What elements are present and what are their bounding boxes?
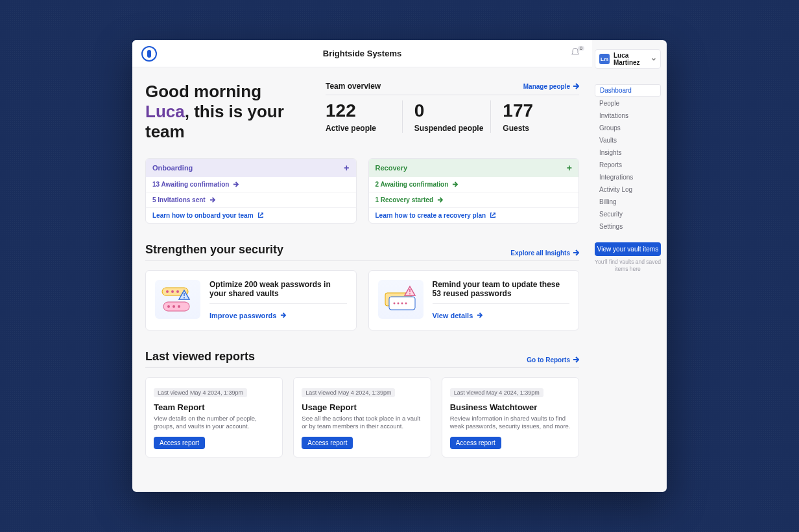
team-overview: Team overview Manage people 122 Active p… [326, 82, 579, 143]
stat-guests: 177 Guests [490, 100, 579, 133]
go-to-reports-link[interactable]: Go to Reports [527, 356, 579, 364]
svg-point-4 [176, 290, 179, 293]
security-card-reused: Remind your team to update these 53 reus… [368, 270, 580, 330]
nav-item-reports[interactable]: Reports [595, 159, 661, 170]
nav-item-billing[interactable]: Billing [595, 196, 661, 207]
onboarding-item-awaiting[interactable]: 13 Awaiting confirmation [146, 177, 356, 192]
svg-point-9 [184, 297, 185, 298]
svg-point-7 [178, 305, 180, 308]
nav-item-integrations[interactable]: Integrations [595, 172, 661, 183]
user-name: Luca Martinez [614, 52, 647, 66]
recovery-item-started[interactable]: 1 Recovery started [369, 192, 579, 208]
onboarding-add-button[interactable]: + [344, 163, 349, 173]
security-title: Strengthen your security [145, 243, 283, 257]
arrow-right-icon [573, 83, 579, 89]
arrow-right-icon [573, 356, 579, 363]
external-link-icon [257, 212, 264, 218]
reports-title: Last viewed reports [145, 350, 255, 364]
org-name: Brightside Systems [323, 49, 401, 58]
arrow-right-icon [477, 312, 483, 318]
external-link-icon [490, 212, 496, 218]
onboarding-card: Onboarding + 13 Awaiting confirmation 5 … [145, 158, 357, 224]
nav-item-invitations[interactable]: Invitations [595, 110, 661, 121]
svg-point-15 [405, 302, 407, 304]
arrow-right-icon [233, 181, 239, 187]
svg-point-3 [171, 290, 174, 293]
arrow-right-icon [280, 312, 286, 318]
nav-item-activity-log[interactable]: Activity Log [595, 184, 661, 195]
avatar: Lm [599, 54, 610, 64]
arrow-right-icon [437, 197, 443, 203]
nav-item-security[interactable]: Security [595, 209, 661, 220]
report-card-watchtower: Last viewed May 4 2024, 1:39pm Business … [442, 377, 579, 458]
svg-point-13 [397, 302, 399, 304]
access-report-button[interactable]: Access report [154, 437, 205, 449]
arrow-right-icon [209, 197, 215, 203]
app-window: Brightside Systems 0 Good morning Luca, … [132, 40, 667, 492]
onboarding-item-invitations[interactable]: 5 Invitations sent [146, 192, 356, 208]
header-bar: Brightside Systems 0 [132, 40, 592, 67]
stat-active: 122 Active people [326, 100, 402, 133]
team-overview-title: Team overview [326, 82, 381, 91]
greeting-heading: Good morning Luca, this is your team [145, 82, 294, 143]
manage-people-link[interactable]: Manage people [523, 83, 579, 90]
reports-section-head: Last viewed reports Go to Reports [145, 350, 579, 368]
onboarding-learn-link[interactable]: Learn how to onboard your team [146, 208, 356, 223]
svg-point-14 [401, 302, 403, 304]
report-desc: See all the actions that took place in a… [302, 415, 422, 431]
report-tag: Last viewed May 4 2024, 1:39pm [450, 388, 543, 397]
access-report-button[interactable]: Access report [450, 437, 501, 449]
nav-item-groups[interactable]: Groups [595, 122, 661, 133]
report-title: Business Watchtower [450, 402, 571, 412]
nav-item-people[interactable]: People [595, 98, 661, 109]
user-menu[interactable]: Lm Luca Martinez [595, 49, 661, 69]
sidebar: Lm Luca Martinez DashboardPeopleInvitati… [592, 40, 667, 492]
security-card-weak: Optimize 200 weak passwords in your shar… [145, 270, 357, 330]
notifications-button[interactable]: 0 [570, 47, 583, 60]
reused-password-icon [378, 280, 423, 319]
report-tag: Last viewed May 4 2024, 1:39pm [154, 388, 247, 397]
weak-password-icon [155, 280, 200, 319]
greeting-name: Luca [145, 102, 185, 121]
vault-hint: You'll find vaults and saved items here [595, 259, 661, 273]
recovery-item-awaiting[interactable]: 2 Awaiting confirmation [369, 177, 579, 192]
arrow-right-icon [573, 249, 579, 256]
recovery-add-button[interactable]: + [567, 163, 572, 173]
nav-item-vaults[interactable]: Vaults [595, 135, 661, 146]
app-logo-icon [141, 46, 157, 62]
onboarding-title: Onboarding [152, 164, 193, 172]
svg-point-2 [166, 290, 169, 293]
svg-point-5 [167, 305, 170, 308]
nav-item-insights[interactable]: Insights [595, 147, 661, 158]
report-tag: Last viewed May 4 2024, 1:39pm [302, 388, 395, 397]
nav-item-dashboard[interactable]: Dashboard [595, 84, 661, 97]
security-card-reused-title: Remind your team to update these 53 reus… [433, 280, 570, 304]
greeting: Good morning Luca, this is your team [145, 82, 294, 143]
improve-passwords-link[interactable]: Improve passwords [209, 312, 286, 319]
task-cards-row: Onboarding + 13 Awaiting confirmation 5 … [145, 158, 579, 224]
nav-item-settings[interactable]: Settings [595, 221, 661, 232]
stats-row: 122 Active people 0 Suspended people 177… [326, 100, 579, 133]
notification-count: 0 [578, 46, 584, 51]
recovery-card: Recovery + 2 Awaiting confirmation 1 Rec… [368, 158, 580, 224]
stat-suspended: 0 Suspended people [402, 100, 491, 133]
report-title: Team Report [154, 402, 274, 412]
view-vault-button[interactable]: View your vault items [595, 242, 661, 256]
access-report-button[interactable]: Access report [302, 437, 353, 449]
security-card-weak-title: Optimize 200 weak passwords in your shar… [209, 280, 347, 304]
sidebar-nav: DashboardPeopleInvitationsGroupsVaultsIn… [595, 84, 661, 232]
report-title: Usage Report [302, 402, 422, 412]
reports-row: Last viewed May 4 2024, 1:39pm Team Repo… [145, 377, 579, 458]
svg-point-6 [173, 305, 175, 308]
report-desc: View details on the number of people, gr… [154, 415, 274, 431]
svg-point-12 [393, 302, 395, 304]
explore-insights-link[interactable]: Explore all Insights [510, 249, 579, 257]
recovery-learn-link[interactable]: Learn how to create a recovery plan [369, 208, 579, 223]
arrow-right-icon [452, 181, 458, 187]
main-column: Brightside Systems 0 Good morning Luca, … [132, 40, 592, 492]
view-details-link[interactable]: View details [433, 312, 483, 319]
security-section-head: Strengthen your security Explore all Ins… [145, 243, 579, 261]
report-card-team: Last viewed May 4 2024, 1:39pm Team Repo… [145, 377, 283, 458]
svg-point-17 [409, 293, 411, 294]
report-card-usage: Last viewed May 4 2024, 1:39pm Usage Rep… [293, 377, 431, 458]
